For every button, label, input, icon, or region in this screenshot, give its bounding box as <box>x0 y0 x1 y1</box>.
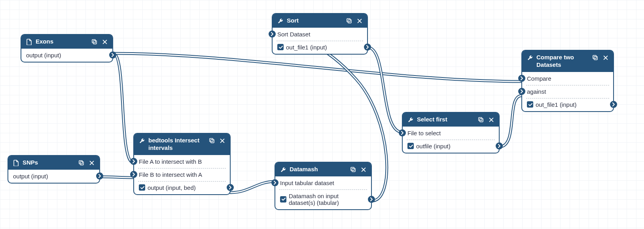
file-icon <box>26 38 32 45</box>
input-label: File A to intersect with B <box>139 158 202 165</box>
close-icon[interactable] <box>89 160 95 166</box>
check-icon[interactable] <box>527 101 533 108</box>
input-label: Compare <box>527 75 551 82</box>
clone-icon[interactable] <box>78 160 84 166</box>
close-icon[interactable] <box>102 39 108 45</box>
input-port[interactable] <box>130 171 137 178</box>
node-title: bedtools Intersect intervals <box>148 137 206 152</box>
node-sort[interactable]: Sort Sort Dataset out_file1 (input) <box>272 13 368 55</box>
check-icon[interactable] <box>277 44 284 50</box>
input-row-file-a: File A to intersect with B <box>134 155 230 168</box>
node-header[interactable]: Exons <box>21 35 112 49</box>
input-label: against <box>527 88 546 95</box>
clone-icon[interactable] <box>478 117 484 123</box>
clone-icon[interactable] <box>346 18 352 24</box>
output-port[interactable] <box>227 184 234 191</box>
node-bedtools[interactable]: bedtools Intersect intervals File A to i… <box>133 133 231 195</box>
node-title: Exons <box>36 38 88 45</box>
node-exons[interactable]: Exons output (input) <box>21 34 113 62</box>
node-header[interactable]: Select first <box>403 113 499 127</box>
input-row-against: against <box>522 85 613 98</box>
output-label: Datamash on input dataset(s) (tabular) <box>289 193 366 206</box>
output-row: output (input) <box>8 170 99 183</box>
node-title: Compare two Datasets <box>536 54 589 69</box>
node-header[interactable]: Datamash <box>275 163 371 176</box>
output-row: out_file1 (input) <box>273 41 367 54</box>
output-port[interactable] <box>364 44 371 51</box>
input-row: File to select <box>403 127 499 140</box>
output-label: out_file1 (input) <box>536 101 576 108</box>
node-compare[interactable]: Compare two Datasets Compare against out… <box>521 50 614 112</box>
input-port[interactable] <box>269 30 276 38</box>
clone-icon[interactable] <box>350 167 356 172</box>
node-title: Datamash <box>290 166 347 173</box>
output-row: out_file1 (input) <box>522 98 613 111</box>
close-icon[interactable] <box>489 117 494 123</box>
output-row: output (input, bed) <box>134 181 230 194</box>
output-label: output (input, bed) <box>148 184 196 191</box>
input-label: File B to intersect with A <box>139 171 202 178</box>
output-label: output (input) <box>13 173 48 180</box>
clone-icon[interactable] <box>592 55 598 61</box>
output-row: outfile (input) <box>403 140 499 153</box>
input-port[interactable] <box>518 88 525 95</box>
close-icon[interactable] <box>361 167 366 172</box>
close-icon[interactable] <box>603 55 608 61</box>
node-select-first[interactable]: Select first File to select outfile (inp… <box>402 112 500 153</box>
output-label: out_file1 (input) <box>286 44 327 51</box>
node-title: Sort <box>287 17 343 25</box>
node-header[interactable]: bedtools Intersect intervals <box>134 134 230 155</box>
node-title: Select first <box>417 116 475 123</box>
wrench-icon <box>277 17 284 24</box>
output-port[interactable] <box>368 196 375 203</box>
output-port[interactable] <box>610 101 617 108</box>
input-label: Input tabular dataset <box>280 180 334 186</box>
check-icon[interactable] <box>280 196 286 203</box>
node-header[interactable]: Sort <box>273 14 367 28</box>
output-port[interactable] <box>109 51 116 59</box>
output-port[interactable] <box>96 172 103 180</box>
input-label: File to select <box>407 130 441 136</box>
wrench-icon <box>527 54 533 61</box>
node-header[interactable]: SNPs <box>8 156 99 170</box>
close-icon[interactable] <box>220 138 225 144</box>
check-icon[interactable] <box>407 143 414 149</box>
node-header[interactable]: Compare two Datasets <box>522 51 613 72</box>
input-label: Sort Dataset <box>277 31 310 38</box>
file-icon <box>13 159 19 166</box>
input-port[interactable] <box>518 75 525 82</box>
close-icon[interactable] <box>357 18 362 24</box>
output-row: output (input) <box>21 49 112 62</box>
input-row: Input tabular dataset <box>275 176 371 189</box>
input-row: Sort Dataset <box>273 28 367 41</box>
input-port[interactable] <box>399 129 406 136</box>
node-title: SNPs <box>23 159 75 167</box>
wrench-icon <box>280 166 286 173</box>
input-row-compare: Compare <box>522 72 613 85</box>
wrench-icon <box>407 116 414 123</box>
output-row: Datamash on input dataset(s) (tabular) <box>275 189 371 209</box>
wrench-icon <box>139 137 145 144</box>
clone-icon[interactable] <box>209 138 215 144</box>
check-icon[interactable] <box>139 184 145 191</box>
node-datamash[interactable]: Datamash Input tabular dataset Datamash … <box>275 162 372 210</box>
output-label: outfile (input) <box>416 143 451 150</box>
clone-icon[interactable] <box>91 39 97 45</box>
input-port[interactable] <box>271 179 278 186</box>
input-row-file-b: File B to intersect with A <box>134 168 230 181</box>
node-snps[interactable]: SNPs output (input) <box>8 155 100 184</box>
input-port[interactable] <box>130 158 137 165</box>
output-port[interactable] <box>496 142 503 150</box>
output-label: output (input) <box>26 52 61 59</box>
